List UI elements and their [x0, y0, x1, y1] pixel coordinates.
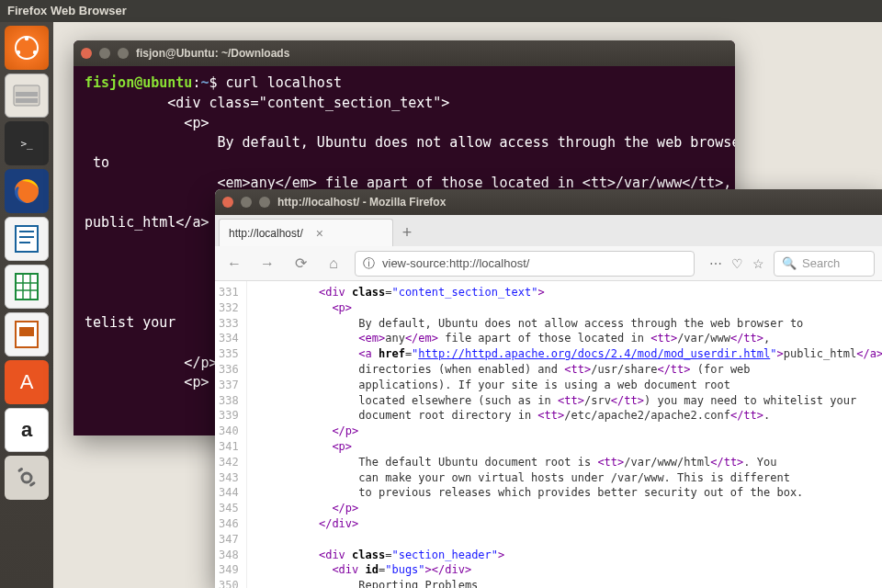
settings-icon[interactable] — [5, 456, 49, 500]
terminal-icon[interactable]: >_ — [5, 121, 49, 165]
amazon-icon[interactable]: a — [5, 408, 49, 452]
minimize-icon[interactable] — [99, 48, 110, 59]
unity-launcher: >_ A a — [0, 22, 53, 588]
info-icon[interactable]: ⓘ — [363, 255, 375, 272]
view-source-content[interactable]: 331 332 333 334 335 336 337 338 339 340 … — [215, 281, 882, 588]
firefox-window[interactable]: http://localhost/ - Mozilla Firefox http… — [215, 189, 882, 588]
search-bar[interactable]: 🔍 Search — [774, 251, 875, 277]
firefox-titlebar[interactable]: http://localhost/ - Mozilla Firefox — [215, 189, 882, 215]
svg-rect-20 — [17, 467, 24, 472]
svg-point-1 — [25, 37, 28, 40]
search-placeholder: Search — [802, 256, 840, 270]
svg-rect-6 — [16, 98, 38, 103]
terminal-title: fisjon@Ubuntu: ~/Downloads — [136, 47, 289, 60]
back-button[interactable]: ← — [222, 252, 246, 276]
svg-rect-12 — [16, 274, 38, 300]
svg-point-2 — [33, 51, 37, 54]
tab-close-icon[interactable]: × — [316, 226, 323, 241]
tab-strip: http://localhost/ × + — [215, 215, 882, 246]
software-icon[interactable]: A — [5, 360, 49, 404]
active-app-title: Firefox Web Browser — [7, 4, 127, 17]
svg-rect-18 — [19, 327, 34, 336]
firefox-icon[interactable] — [5, 169, 49, 213]
minimize-icon[interactable] — [241, 197, 252, 208]
close-icon[interactable] — [81, 48, 92, 59]
line-number-gutter: 331 332 333 334 335 336 337 338 339 340 … — [215, 281, 247, 588]
home-button[interactable]: ⌂ — [322, 252, 345, 276]
tab-label: http://localhost/ — [229, 227, 303, 240]
impress-icon[interactable] — [5, 312, 49, 356]
shield-icon[interactable]: ♡ — [731, 256, 743, 271]
svg-point-19 — [22, 473, 31, 482]
svg-rect-5 — [16, 92, 38, 96]
svg-rect-8 — [16, 226, 38, 252]
source-code: <div class="content_section_text"> <p> B… — [247, 281, 882, 588]
close-icon[interactable] — [222, 197, 233, 208]
reload-button[interactable]: ⟳ — [288, 252, 312, 276]
url-bar[interactable]: ⓘ view-source:http://localhost/ — [355, 251, 695, 277]
dash-icon[interactable] — [5, 26, 49, 70]
forward-button[interactable]: → — [255, 252, 279, 276]
nav-toolbar: ← → ⟳ ⌂ ⓘ view-source:http://localhost/ … — [215, 246, 882, 281]
firefox-title: http://localhost/ - Mozilla Firefox — [277, 196, 446, 209]
page-actions: ⋯ ♡ ☆ — [709, 256, 764, 271]
global-menu-bar: Firefox Web Browser — [0, 0, 882, 22]
search-icon: 🔍 — [782, 256, 797, 270]
terminal-titlebar[interactable]: fisjon@Ubuntu: ~/Downloads — [74, 40, 735, 66]
calc-icon[interactable] — [5, 265, 49, 309]
new-tab-button[interactable]: + — [393, 219, 421, 246]
url-text: view-source:http://localhost/ — [382, 256, 529, 270]
bookmark-icon[interactable]: ☆ — [752, 256, 764, 271]
more-icon[interactable]: ⋯ — [709, 256, 722, 271]
tab-localhost[interactable]: http://localhost/ × — [219, 219, 393, 246]
files-icon[interactable] — [5, 74, 49, 118]
writer-icon[interactable] — [5, 217, 49, 261]
svg-point-3 — [17, 51, 20, 54]
maximize-icon[interactable] — [259, 197, 270, 208]
terminal-command: curl localhost — [226, 74, 342, 91]
maximize-icon[interactable] — [118, 48, 129, 59]
